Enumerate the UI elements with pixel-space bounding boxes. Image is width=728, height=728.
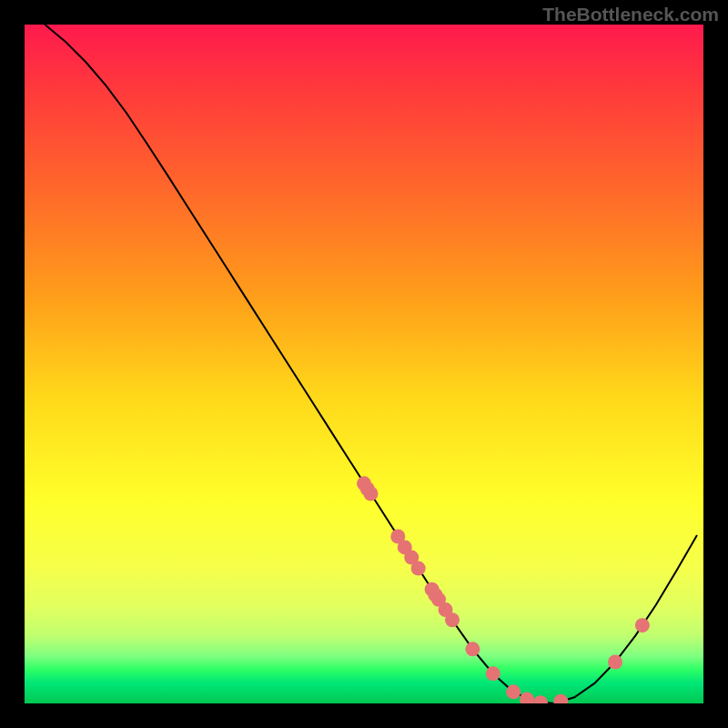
plot-area [25,25,703,703]
data-point-marker [411,561,426,576]
chart-container: TheBottleneck.com [0,0,728,728]
data-point-marker [520,693,534,703]
data-point-marker [363,486,378,500]
data-point-marker [465,642,480,656]
data-point-marker [445,612,460,627]
data-point-marker [486,666,500,681]
data-point-marker [635,618,650,632]
watermark-label: TheBottleneck.com [542,4,719,25]
data-point-marker [506,684,521,699]
curve-overlay [25,25,703,703]
data-point-marker [608,654,622,669]
data-point-marker [553,694,568,703]
data-point-marker [533,695,548,703]
bottleneck-curve [45,25,696,703]
